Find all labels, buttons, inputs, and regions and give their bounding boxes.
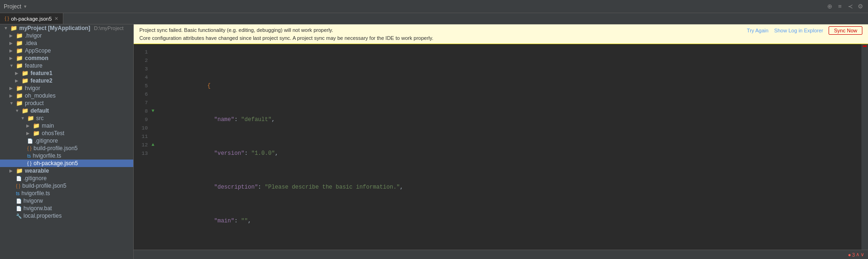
tree-item-feature1[interactable]: ▶ 📁 feature1 (0, 69, 133, 77)
code-editor[interactable]: 12345 678910 111213 ▼ (134, 44, 861, 250)
tree-item-oh-package-json5[interactable]: ▶ { } oh-package.json5 (0, 160, 133, 167)
folder-icon: 📁 (16, 85, 23, 91)
title-bar: Project ▼ ⊕ ≡ ≺ ⚙ (0, 0, 868, 13)
chevron-icon: ▶ (26, 123, 31, 128)
sync-now-button[interactable]: Sync Now (829, 26, 862, 35)
tree-item-build-profile[interactable]: ▶ { } build-profile.json5 (0, 145, 133, 152)
chevron-icon: ▶ (9, 93, 14, 98)
code-content[interactable]: { "name": "default", "version": "1.0.0", (158, 44, 861, 250)
tree-item-local-properties[interactable]: ▶ 🔧 local.properties (0, 212, 133, 220)
error-dot: ● (848, 252, 851, 258)
tree-item-wearable[interactable]: ▶ 📁 wearable (0, 167, 133, 175)
error-count-label: 3 (852, 252, 855, 258)
tree-item-ohostest[interactable]: ▶ 📁 ohosTest (0, 130, 133, 137)
file-icon: 📄 (27, 138, 33, 144)
tab-bar: { } oh-package.json5 ✕ (0, 13, 868, 24)
folder-icon: 📁 (16, 55, 23, 61)
file-icon: 🔧 (16, 213, 22, 219)
tree-item-hvigorw-bat[interactable]: ▶ 📄 hvigorw.bat (0, 205, 133, 212)
tree-item-src[interactable]: ▼ 📁 src (0, 114, 133, 122)
item-label: AppScope (25, 47, 51, 54)
tree-item-hvigor2[interactable]: ▶ 📁 hvigor (0, 84, 133, 92)
scroll-track[interactable] (861, 44, 868, 250)
settings-icon[interactable]: ⚙ (857, 3, 864, 10)
item-label: src (36, 115, 44, 122)
chevron-icon: ▶ (9, 48, 14, 53)
tree-item-product[interactable]: ▼ 📁 product (0, 99, 133, 107)
chevron-icon: ▶ (9, 168, 14, 173)
list-icon[interactable]: ≡ (836, 3, 844, 10)
project-dropdown-icon[interactable]: ▼ (23, 4, 27, 9)
code-line-6: "author": "", (160, 242, 858, 250)
sidebar: ▼ 📁 myProject [MyApplication] D:\myProje… (0, 24, 134, 259)
item-label: ohosTest (42, 130, 64, 137)
tree-item-gitignore[interactable]: ▶ 📄 .gitignore (0, 137, 133, 145)
tree-item-hvigor[interactable]: ▶ 📁 .hvigor (0, 32, 133, 39)
folder-icon: 📁 (16, 40, 23, 46)
tree-item-common[interactable]: ▶ 📁 common (0, 54, 133, 62)
folder-icon: 📁 (22, 70, 29, 76)
tree-item-gitignore2[interactable]: ▶ 📄 .gitignore (0, 175, 133, 182)
tree-item-hvigorfile-ts[interactable]: ▶ ts hvigorfile.ts (0, 152, 133, 160)
code-line-1: { (160, 73, 858, 82)
layout-icon[interactable]: ⊕ (826, 3, 833, 10)
item-label: feature1 (30, 70, 53, 76)
folder-icon: 📁 (27, 115, 34, 122)
item-label: .gitignore (35, 137, 58, 144)
error-count: ● 3 ∧ ∨ (848, 251, 864, 258)
caret-up[interactable]: ∧ (856, 251, 860, 258)
tree-item-idea[interactable]: ▶ 📁 .idea (0, 39, 133, 47)
tree-item-oh-modules[interactable]: ▶ 📁 oh_modules (0, 92, 133, 99)
tab-label: oh-package.json5 (11, 16, 52, 22)
folder-icon: 📁 (22, 107, 29, 114)
collapse-icon[interactable]: ≺ (846, 3, 854, 10)
item-label: wearable (25, 168, 49, 174)
chevron-icon: ▼ (4, 26, 8, 30)
show-log-link[interactable]: Show Log in Explorer (774, 28, 823, 33)
file-icon: { } (27, 146, 31, 151)
item-label: hvigorw.bat (23, 205, 52, 212)
code-line-4: "description": "Please describe the basi… (160, 175, 858, 183)
tree-item-feature[interactable]: ▼ 📁 feature (0, 62, 133, 69)
error-marker-1 (863, 46, 867, 47)
item-label: hvigorfile.ts (22, 190, 50, 197)
file-icon: { } (16, 183, 20, 189)
item-label: oh_modules (25, 92, 55, 99)
caret-down[interactable]: ∨ (860, 251, 864, 258)
project-path: D:\myProject (94, 25, 123, 31)
status-bar: ● 3 ∧ ∨ (134, 250, 868, 259)
item-label: default (30, 107, 49, 114)
file-icon: ts (16, 191, 20, 196)
tree-item-main[interactable]: ▶ 📁 main (0, 122, 133, 130)
folder-icon: 📁 (33, 122, 40, 129)
item-label: feature (25, 62, 42, 69)
title-bar-icons: ⊕ ≡ ≺ ⚙ (826, 3, 864, 10)
tree-item-feature2[interactable]: ▶ 📁 feature2 (0, 77, 133, 84)
tree-item-build-profile2[interactable]: ▶ { } build-profile.json5 (0, 182, 133, 190)
chevron-icon: ▶ (9, 33, 14, 38)
project-root-label: myProject [MyApplication] (19, 25, 90, 31)
folder-icon: 📁 (33, 130, 40, 137)
try-again-link[interactable]: Try Again (747, 28, 769, 33)
tree-item-default[interactable]: ▼ 📁 default (0, 107, 133, 114)
tree-item-hvigorfile2[interactable]: ▶ ts hvigorfile.ts (0, 190, 133, 197)
project-label: Project (4, 3, 21, 10)
file-icon: ts (27, 153, 31, 159)
notification-actions: Try Again Show Log in Explorer Sync Now (747, 26, 862, 35)
item-label: main (42, 122, 54, 129)
chevron-icon: ▼ (21, 116, 25, 121)
tree-item-appscope[interactable]: ▶ 📁 AppScope (0, 47, 133, 54)
folder-icon: 📁 (16, 32, 23, 39)
tree-item-hvigorw[interactable]: ▶ 📄 hvigorw (0, 197, 133, 205)
folder-icon: 📁 (16, 92, 23, 99)
file-icon: 📄 (16, 176, 22, 181)
notification-content: Project sync failed. Basic functionality… (139, 26, 434, 42)
chevron-icon: ▶ (9, 56, 14, 61)
item-label: .hvigor (25, 32, 42, 39)
item-label: hvigorfile.ts (33, 152, 61, 159)
app-container: Project ▼ ⊕ ≡ ≺ ⚙ { } oh-package.json5 ✕… (0, 0, 868, 259)
file-icon: 📄 (16, 198, 22, 204)
tab-oh-package[interactable]: { } oh-package.json5 ✕ (0, 13, 63, 24)
tree-item-project-root[interactable]: ▼ 📁 myProject [MyApplication] D:\myProje… (0, 24, 133, 32)
tab-close-button[interactable]: ✕ (54, 16, 58, 21)
